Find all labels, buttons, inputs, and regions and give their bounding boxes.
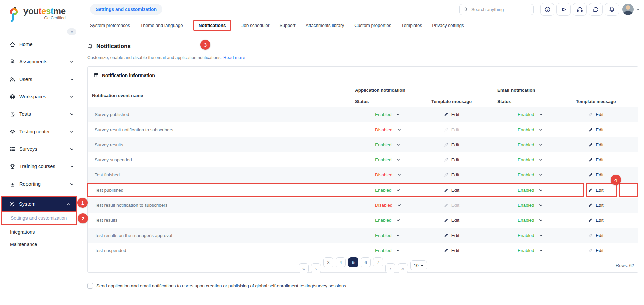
sidebar-item-home[interactable]: Home bbox=[0, 36, 82, 53]
tab-notifications[interactable]: Notifications bbox=[193, 20, 231, 31]
page-next-button[interactable]: › bbox=[385, 263, 395, 273]
email-status-dropdown[interactable]: Enabled bbox=[492, 188, 554, 193]
brand-letter: me bbox=[53, 6, 66, 16]
chevron-down-icon bbox=[397, 128, 401, 132]
sidebar-item-tests[interactable]: Tests bbox=[0, 105, 82, 123]
col-email-template-header: Template message bbox=[554, 96, 638, 107]
email-status-dropdown[interactable]: Enabled bbox=[492, 218, 554, 223]
sidebar-item-workspaces[interactable]: Workspaces bbox=[0, 88, 82, 105]
email-edit-button[interactable]: Edit bbox=[588, 112, 603, 117]
page-first-button[interactable]: « bbox=[299, 263, 309, 273]
read-more-link[interactable]: Read more bbox=[223, 55, 245, 60]
email-status-dropdown[interactable]: Enabled bbox=[492, 203, 554, 208]
app-status-dropdown[interactable]: Enabled bbox=[349, 157, 411, 162]
tab-attachments-library[interactable]: Attachments library bbox=[306, 23, 344, 28]
sidebar-item-reporting[interactable]: Reporting bbox=[0, 175, 82, 193]
page-number-button[interactable]: 5 bbox=[348, 257, 358, 267]
table-row: Test published Enabled Edit Enabled Edit bbox=[88, 183, 638, 198]
tab-system-preferences[interactable]: System preferences bbox=[90, 23, 130, 28]
sidebar-subitem-integrations[interactable]: Integrations bbox=[0, 225, 82, 238]
app-edit-button[interactable]: Edit bbox=[444, 218, 459, 223]
app-template-cell: Edit bbox=[411, 218, 492, 223]
page-last-button[interactable]: » bbox=[398, 263, 408, 273]
email-status-dropdown[interactable]: Enabled bbox=[492, 172, 554, 177]
app-edit-button[interactable]: Edit bbox=[444, 142, 459, 147]
footer-checkbox[interactable] bbox=[87, 283, 93, 289]
app-status-dropdown[interactable]: Enabled bbox=[349, 188, 411, 193]
app-edit-button[interactable]: Edit bbox=[444, 188, 459, 193]
tab-custom-properties[interactable]: Custom properties bbox=[354, 23, 391, 28]
chevron-down-icon bbox=[539, 128, 543, 132]
help-button[interactable]: ? bbox=[540, 3, 554, 16]
page-number-button[interactable]: 4 bbox=[336, 257, 346, 267]
app-status-dropdown[interactable]: Enabled bbox=[349, 248, 411, 253]
tab-theme-and-language[interactable]: Theme and language bbox=[140, 23, 183, 28]
sidebar-item-assignments[interactable]: Assignments bbox=[0, 53, 82, 70]
app-edit-button[interactable]: Edit bbox=[444, 172, 459, 177]
app-status-dropdown[interactable]: Disabled bbox=[349, 127, 411, 132]
chevron-down-icon bbox=[396, 188, 400, 192]
search-box[interactable] bbox=[459, 4, 534, 15]
search-input[interactable] bbox=[471, 7, 525, 12]
sidebar-item-testing-center[interactable]: Testing center bbox=[0, 123, 82, 140]
app-status-value: Disabled bbox=[375, 172, 393, 177]
email-edit-button[interactable]: Edit bbox=[588, 142, 603, 147]
sidebar-item-surveys[interactable]: Surveys bbox=[0, 140, 82, 158]
page-number-button[interactable]: 6 bbox=[361, 257, 371, 267]
email-status-dropdown[interactable]: Enabled bbox=[492, 112, 554, 117]
email-edit-button[interactable]: Edit bbox=[588, 218, 603, 223]
topbar: Settings and customization ? bbox=[82, 0, 644, 19]
app-status-dropdown[interactable]: Enabled bbox=[349, 112, 411, 117]
app-edit-button[interactable]: Edit bbox=[444, 248, 459, 253]
event-name-cell: Test results bbox=[88, 218, 349, 223]
app-edit-button[interactable]: Edit bbox=[444, 233, 459, 238]
tab-privacy-settings[interactable]: Privacy settings bbox=[432, 23, 464, 28]
app-edit-button[interactable]: Edit bbox=[444, 157, 459, 162]
breadcrumb[interactable]: Settings and customization bbox=[90, 4, 162, 15]
app-status-dropdown[interactable]: Disabled bbox=[349, 203, 411, 208]
email-status-dropdown[interactable]: Enabled bbox=[492, 157, 554, 162]
tab-templates[interactable]: Templates bbox=[401, 23, 422, 28]
edit-pencil-icon bbox=[588, 203, 593, 208]
tutorials-button[interactable] bbox=[556, 3, 571, 16]
email-status-dropdown[interactable]: Enabled bbox=[492, 233, 554, 238]
email-edit-button[interactable]: Edit bbox=[588, 172, 603, 177]
page-prev-button[interactable]: ‹ bbox=[311, 263, 321, 273]
page-number-button[interactable]: 3 bbox=[323, 257, 333, 267]
app-status-dropdown[interactable]: Enabled bbox=[349, 233, 411, 238]
sidebar-item-system[interactable]: System bbox=[1, 196, 77, 212]
support-button[interactable] bbox=[573, 3, 587, 16]
edit-pencil-icon bbox=[444, 127, 449, 132]
user-menu[interactable] bbox=[622, 4, 640, 15]
email-edit-button[interactable]: Edit bbox=[588, 157, 603, 162]
user-avatar[interactable] bbox=[622, 4, 634, 15]
app-edit-button[interactable]: Edit bbox=[444, 112, 459, 117]
email-edit-button[interactable]: Edit bbox=[588, 233, 603, 238]
email-status-dropdown[interactable]: Enabled bbox=[492, 248, 554, 253]
app-status-dropdown[interactable]: Enabled bbox=[349, 142, 411, 147]
email-edit-button[interactable]: Edit bbox=[588, 203, 603, 208]
chat-button[interactable] bbox=[589, 3, 603, 16]
notifications-button[interactable] bbox=[605, 3, 619, 16]
chevron-down-icon bbox=[539, 143, 543, 147]
sidebar-collapse-button[interactable]: « bbox=[67, 28, 76, 35]
sidebar-item-users[interactable]: Users bbox=[0, 70, 82, 88]
assignments-icon bbox=[9, 59, 16, 65]
app-status-dropdown[interactable]: Enabled bbox=[349, 218, 411, 223]
chevron-down-icon bbox=[539, 218, 543, 222]
email-edit-button[interactable]: Edit bbox=[588, 127, 603, 132]
email-status-dropdown[interactable]: Enabled bbox=[492, 142, 554, 147]
page-number-button[interactable]: 7 bbox=[373, 257, 383, 267]
sidebar-subitem-settings-and-customization[interactable]: Settings and customization bbox=[1, 211, 77, 225]
sidebar-subitem-maintenance[interactable]: Maintenance bbox=[0, 238, 82, 250]
surveys-icon bbox=[9, 146, 16, 152]
tab-job-scheduler[interactable]: Job scheduler bbox=[241, 23, 269, 28]
tab-support[interactable]: Support bbox=[280, 23, 296, 28]
app-status-dropdown[interactable]: Disabled bbox=[349, 172, 411, 177]
email-edit-button[interactable]: Edit bbox=[588, 248, 603, 253]
page-size-select[interactable]: 10 bbox=[410, 260, 427, 270]
email-edit-button[interactable]: Edit bbox=[588, 188, 603, 193]
notification-info-card: Notification information Notification ev… bbox=[87, 66, 638, 273]
email-status-dropdown[interactable]: Enabled bbox=[492, 127, 554, 132]
sidebar-item-training-courses[interactable]: Training courses bbox=[0, 158, 82, 175]
